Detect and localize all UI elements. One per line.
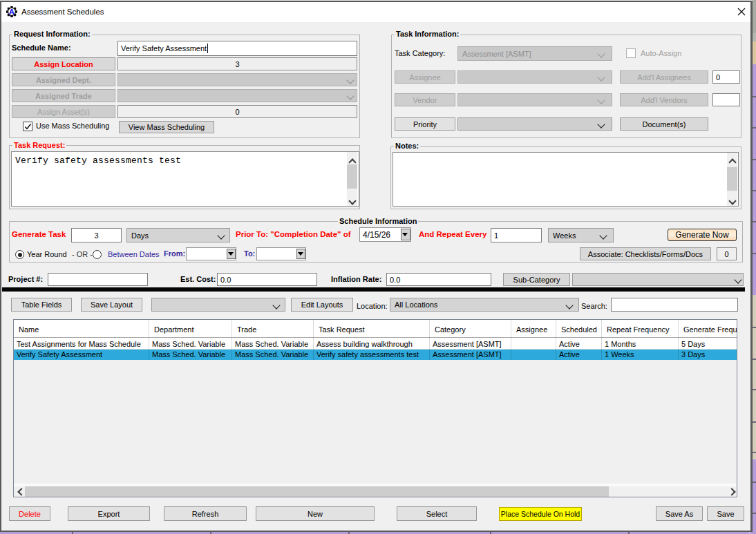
svg-text:A: A: [9, 8, 15, 16]
